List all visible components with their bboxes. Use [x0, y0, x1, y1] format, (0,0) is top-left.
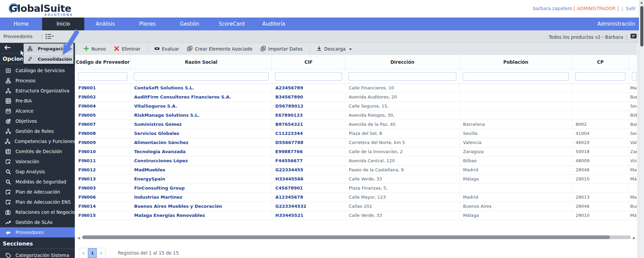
view-options-icon[interactable] [45, 33, 54, 41]
cell-link[interactable]: H33445566 [272, 174, 345, 183]
nav-item-gestion[interactable]: Gestión [168, 18, 211, 30]
nav-item-inicio[interactable]: Inicio [42, 18, 84, 30]
table-row-fin007[interactable]: FIN007Suministros GómezB87654321Avenida … [75, 120, 637, 129]
table-row-fin008[interactable]: FIN008Servicios GlobalesC11223344Plaza d… [75, 129, 637, 138]
cell-link[interactable]: Servicios Globales [131, 129, 272, 138]
cell-link[interactable]: H33445521 [272, 211, 345, 220]
cell-link[interactable]: A23456789 [272, 83, 345, 92]
cell-link[interactable]: E99887766 [272, 147, 345, 156]
sidebar-item-alcance[interactable]: Alcance [0, 106, 75, 116]
crear-elemento-asociado-button[interactable]: Crear Elemento Asociado [183, 43, 256, 55]
cell-link[interactable]: D56789012 [272, 102, 345, 111]
cell-link[interactable]: Malaga Energías Renovables [131, 211, 272, 220]
sidebar-item-comites-de-decision[interactable]: Comités de Decisión [0, 146, 75, 156]
logout-link[interactable]: Salir [626, 6, 636, 11]
cell-link[interactable]: FIN003 [75, 183, 131, 193]
column-header-codigo-de-proveedor[interactable]: Código de Proveedor [75, 55, 131, 69]
cell-link[interactable]: MadMuebles [131, 165, 272, 174]
column-header-provincia-clipped[interactable] [629, 55, 637, 69]
sidebar-item-objetivos[interactable]: Objetivos [0, 116, 75, 126]
sidebar-item-competencias-y-funciones[interactable]: Competencias y Funciones [0, 136, 75, 146]
table-row-fin010[interactable]: FIN010Tecnología AvanzadaE99887766Calle … [75, 147, 637, 156]
hscroll-right-arrow[interactable]: ▶ [633, 236, 636, 240]
hscroll-left-arrow[interactable]: ◀ [77, 236, 80, 240]
filter-input-provincia[interactable] [632, 72, 637, 81]
table-row-fin004[interactable]: FIN004VitalSeguros S.A.D56789012Calle Se… [75, 102, 637, 111]
nav-item-analisis[interactable]: Análisis [84, 18, 126, 30]
nuevo-button[interactable]: Nuevo [80, 43, 110, 55]
table-row-fin002[interactable]: FIN002AuditFirm Consultores Financieros … [75, 92, 637, 102]
cell-link[interactable]: Buenos Aires Muebles y Decoración [131, 202, 272, 211]
cell-link[interactable]: RiskManage Solutions S.L. [131, 111, 272, 120]
username-link[interactable]: barbara.zapatero [533, 6, 572, 11]
table-row-fin014[interactable]: FIN014Buenos Aires Muebles y DecoraciónG… [75, 202, 637, 211]
cell-link[interactable]: AuditFirm Consultores Financieros S.A. [131, 92, 272, 102]
cell-link[interactable]: F44556677 [272, 156, 345, 165]
page-prev-button[interactable]: « [79, 248, 88, 258]
table-row-fin006[interactable]: FIN006Industrias MartínezA12345678Calle … [75, 193, 637, 202]
cell-link[interactable]: Suministros Gómez [131, 120, 272, 129]
column-header-cp[interactable]: CP [572, 55, 629, 69]
cell-link[interactable]: FIN012 [75, 165, 131, 174]
sidebar-item-estructura-organizativa[interactable]: Estructura Organizativa [0, 86, 75, 96]
sidebar-item-valoracion[interactable]: Valoración [0, 156, 75, 167]
cell-link[interactable]: FIN013 [75, 174, 131, 183]
table-row-fin013[interactable]: FIN013EnergySpainH33445566Calle Verde, 3… [75, 174, 637, 183]
cell-link[interactable]: G22334455 [272, 165, 345, 174]
cell-link[interactable]: Industrias Martínez [131, 193, 272, 202]
sidebar-item-gestion-de-roles[interactable]: Gestión de Roles [0, 126, 75, 136]
cell-link[interactable]: ContaSoft Solutions S.L. [131, 83, 272, 92]
table-row-fin009[interactable]: FIN009Alimentación SánchezD55667788Carre… [75, 138, 637, 147]
sidebar-item-plan-de-adecuacion-ens[interactable]: Plan de Adecuación ENS [0, 197, 75, 207]
menu-item-consolidacion[interactable]: Consolidación [24, 54, 73, 64]
nav-item-auditoria[interactable]: Auditoría [253, 18, 295, 30]
cell-link[interactable]: FIN005 [75, 111, 131, 120]
help-monitor-icon[interactable] [630, 33, 637, 41]
page-next-button[interactable]: » [97, 248, 105, 258]
sidebar-item-plan-de-adecuacion[interactable]: Plan de Adecuación [0, 187, 75, 197]
sidebar-item-gap-analysis[interactable]: Gap Analysis [0, 167, 75, 177]
filter-input-poblacion[interactable] [463, 72, 569, 81]
eliminar-button[interactable]: Eliminar [110, 43, 144, 55]
horizontal-scrollbar[interactable] [82, 235, 631, 239]
evaluar-button[interactable]: Evaluar [150, 43, 183, 55]
filter-input-direccion[interactable] [348, 72, 456, 81]
table-row-fin011[interactable]: FIN011Construcciones LópezF44556677Aveni… [75, 156, 637, 165]
column-header-direccion[interactable]: Dirección [345, 55, 460, 69]
table-row-fin005[interactable]: FIN005RiskManage Solutions S.L.E67890123… [75, 111, 637, 120]
cell-link[interactable]: FIN014 [75, 202, 131, 211]
cell-link[interactable]: E67890123 [272, 111, 345, 120]
filter-input-codigo-de-proveedor[interactable] [78, 72, 128, 81]
cell-link[interactable]: B34567890 [272, 92, 345, 102]
cell-link[interactable]: FIN004 [75, 102, 131, 111]
table-row-fin003[interactable]: FIN003FinConsulting GroupC45678901Plaza … [75, 183, 637, 193]
sidebar-item-pre-bia[interactable]: Pre-BIA [0, 96, 75, 106]
cell-link[interactable]: FIN001 [75, 83, 131, 92]
cell-link[interactable]: D55667788 [272, 138, 345, 147]
menu-item-propagacion[interactable]: Propagación [24, 44, 73, 54]
nav-item-administracion[interactable]: Administración [597, 18, 635, 30]
cell-link[interactable]: FIN008 [75, 129, 131, 138]
cell-link[interactable]: G223344532 [272, 202, 345, 211]
column-header-cif[interactable]: CIF [272, 55, 345, 69]
cell-link[interactable]: FinConsulting Group [131, 183, 272, 193]
table-row-fin015[interactable]: FIN015Malaga Energías RenovablesH3344552… [75, 211, 637, 220]
table-row-fin001[interactable]: FIN001ContaSoft Solutions S.L.A23456789C… [75, 83, 637, 92]
cell-link[interactable]: Construcciones López [131, 156, 272, 165]
cell-link[interactable]: C45678901 [272, 183, 345, 193]
cell-link[interactable]: FIN002 [75, 92, 131, 102]
vertical-scrollbar-thumb[interactable] [640, 6, 643, 47]
cell-link[interactable]: FIN015 [75, 211, 131, 220]
cell-link[interactable]: FIN007 [75, 120, 131, 129]
sidebar-item-proveedores[interactable]: Proveedores [0, 227, 75, 237]
filter-input-cp[interactable] [575, 72, 625, 81]
importar-datos-button[interactable]: Importar Datos [256, 43, 307, 55]
cell-link[interactable]: VitalSeguros S.A. [131, 102, 272, 111]
nav-item-scorecard[interactable]: ScoreCard [211, 18, 253, 30]
cell-link[interactable]: C11223344 [272, 129, 345, 138]
cell-link[interactable]: FIN006 [75, 193, 131, 202]
cell-link[interactable]: Alimentación Sánchez [131, 138, 272, 147]
column-header-poblacion[interactable]: Población [460, 55, 572, 69]
cell-link[interactable]: B87654321 [272, 120, 345, 129]
sidebar-item-gestion-de-slas[interactable]: Gestión de SLAs [0, 217, 75, 227]
